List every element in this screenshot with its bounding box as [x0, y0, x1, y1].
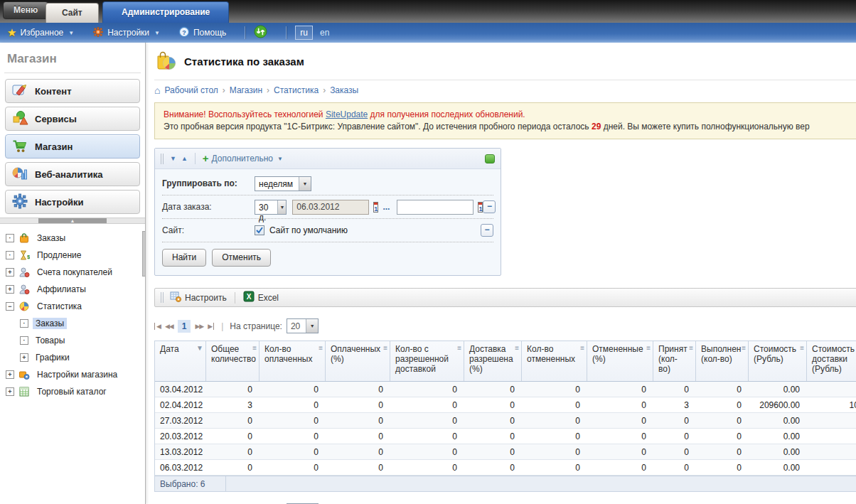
tree-item[interactable]: ·Заказы — [0, 315, 145, 332]
tab-administration[interactable]: Администрирование — [102, 1, 229, 23]
column-menu-icon[interactable]: ≡ — [742, 343, 746, 353]
filter-pin-button[interactable] — [485, 154, 495, 163]
cancel-button[interactable]: Отменить — [212, 249, 271, 267]
column-header[interactable]: Кол-во отмененных≡ — [522, 341, 587, 381]
date-preset-select[interactable]: 30 д. ▼ — [255, 200, 287, 215]
tab-site[interactable]: Сайт — [46, 3, 99, 23]
tree-expander-plus[interactable]: + — [20, 353, 28, 362]
table-row[interactable]: 06.03.20120000000000.000.00 — [155, 460, 856, 476]
drag-handle-icon[interactable] — [161, 292, 164, 303]
column-menu-icon[interactable]: ≡ — [457, 343, 461, 353]
calendar-icon[interactable]: 1 — [478, 202, 483, 213]
first-page-button[interactable]: ◀ — [154, 323, 161, 330]
sidebar-item-3[interactable]: Веб-аналитика — [5, 162, 140, 186]
table-row[interactable]: 27.03.20120000000000.000.00 — [155, 413, 856, 429]
column-header[interactable]: Дата▼ — [155, 341, 206, 381]
breadcrumb-link[interactable]: Статистика — [274, 85, 319, 95]
filter-collapse-button[interactable]: ▼ — [170, 155, 176, 162]
column-header[interactable]: Общее количество≡ — [206, 341, 260, 381]
prev-page-button[interactable]: ◀◀ — [165, 323, 173, 330]
tree-expander-dot[interactable]: · — [6, 234, 14, 242]
column-header[interactable]: Оплаченных (%)≡ — [326, 341, 390, 381]
updates-button[interactable] — [254, 25, 267, 41]
column-menu-icon[interactable]: ≡ — [800, 343, 804, 353]
table-row[interactable]: 13.03.20120000000000.000.00 — [155, 444, 856, 460]
filter-additional-menu[interactable]: + Дополнительно ▼ — [203, 154, 283, 163]
filter-expand-button[interactable]: ▲ — [181, 155, 188, 162]
lang-en[interactable]: en — [320, 28, 329, 38]
column-header[interactable]: Отмененные (%)≡ — [587, 341, 653, 381]
lang-ru[interactable]: ru — [295, 26, 313, 40]
tree-item[interactable]: ·$Продление — [0, 247, 145, 264]
favorites-menu[interactable]: ★ Избранное ▼ — [7, 26, 74, 39]
siteupdate-link[interactable]: SiteUpdate — [326, 109, 368, 119]
breadcrumb-separator: › — [223, 85, 225, 95]
column-menu-icon[interactable]: ≡ — [689, 343, 693, 353]
last-page-button[interactable]: ▶ — [208, 323, 214, 330]
settings-menu[interactable]: Настройки ▼ — [92, 26, 160, 40]
table-row[interactable]: 02.04.2012300000030209600.001000.00 — [155, 397, 856, 413]
column-header[interactable]: Выполнен (кол-во)≡ — [696, 341, 749, 381]
site-default-checkbox[interactable] — [255, 225, 264, 235]
tree-item[interactable]: +Настройки магазина — [0, 366, 145, 383]
column-header[interactable]: Стоимость доставки (Рубль)≡ — [807, 341, 856, 381]
sidebar-item-1[interactable]: Сервисы — [5, 107, 140, 131]
tree-item[interactable]: +Счета покупателей — [0, 264, 145, 281]
table-cell: 0 — [390, 397, 464, 412]
column-header[interactable]: Стоимость (Рубль)≡ — [749, 341, 807, 381]
sidebar-collapse-handle[interactable] — [142, 231, 146, 277]
next-page-button[interactable]: ▶▶ — [195, 323, 203, 330]
date-from-input[interactable] — [292, 200, 369, 215]
tree-expander-plus[interactable]: + — [6, 285, 14, 294]
tree-expander-plus[interactable]: + — [6, 268, 14, 277]
tree-item[interactable]: ·Заказы — [0, 230, 145, 247]
tree-item[interactable]: −Статистика — [0, 298, 145, 315]
table-cell: 0 — [260, 444, 326, 459]
sidebar-item-0[interactable]: Контент — [5, 79, 140, 103]
sidebar-item-4[interactable]: Настройки — [5, 190, 140, 214]
tree-item[interactable]: ·Товары — [0, 332, 145, 349]
tree-expander-plus[interactable]: + — [6, 370, 14, 379]
breadcrumb-link[interactable]: Магазин — [230, 85, 262, 95]
breadcrumb-link[interactable]: Заказы — [330, 85, 358, 95]
current-page[interactable]: 1 — [178, 320, 191, 333]
column-menu-icon[interactable]: ≡ — [319, 343, 323, 353]
breadcrumb-link[interactable]: Рабочий стол — [164, 85, 218, 95]
column-header[interactable]: Кол-во с разрешенной доставкой≡ — [390, 341, 464, 381]
column-menu-icon[interactable]: ≡ — [515, 343, 519, 353]
menu-button[interactable]: Меню — [3, 1, 48, 19]
table-row[interactable]: 03.04.20120000000000.000.00 — [155, 382, 856, 397]
tree-expander-minus[interactable]: − — [6, 302, 14, 311]
date-to-input[interactable] — [397, 200, 474, 215]
find-button[interactable]: Найти — [162, 249, 206, 267]
tree-expander-dot[interactable]: · — [6, 251, 14, 259]
filter-row-group-by: Группировать по: неделям ▼ — [162, 172, 493, 195]
tree-expander-dot[interactable]: · — [20, 336, 28, 345]
tree-item[interactable]: +Торговый каталог — [0, 383, 145, 400]
calendar-icon[interactable]: 1 — [373, 202, 378, 213]
sort-arrow-icon[interactable]: ▼ — [196, 343, 203, 353]
sidebar-item-shop[interactable]: Магазин — [5, 134, 140, 159]
sidebar-splitter[interactable]: ▲ — [0, 218, 145, 224]
excel-export-button[interactable]: X Excel — [243, 291, 279, 304]
main-content: Статистика по заказам ⌂Рабочий стол›Мага… — [146, 43, 856, 504]
tree-item[interactable]: +Аффилиаты — [0, 281, 145, 298]
tree-expander-dot[interactable]: · — [20, 319, 28, 328]
column-menu-icon[interactable]: ≡ — [252, 343, 257, 353]
remove-date-filter-button[interactable]: − — [483, 200, 496, 213]
column-header[interactable]: Доставка разрешена (%)≡ — [464, 341, 522, 381]
help-menu[interactable]: ? Помощь — [178, 26, 226, 40]
remove-site-filter-button[interactable]: − — [481, 224, 493, 237]
column-menu-icon[interactable]: ≡ — [383, 343, 387, 353]
per-page-select[interactable]: 20▼ — [287, 318, 319, 333]
tree-expander-plus[interactable]: + — [6, 387, 14, 396]
column-header[interactable]: Кол-во оплаченных≡ — [260, 341, 326, 381]
drag-handle-icon[interactable] — [161, 154, 164, 164]
group-by-select[interactable]: неделям ▼ — [255, 176, 311, 191]
table-row[interactable]: 20.03.20120000000000.000.00 — [155, 429, 856, 444]
column-header[interactable]: Принят (кол-во)≡ — [653, 341, 696, 381]
column-menu-icon[interactable]: ≡ — [646, 343, 651, 353]
configure-button[interactable]: Настроить — [170, 291, 227, 304]
tree-item[interactable]: +Графики — [0, 349, 145, 366]
column-menu-icon[interactable]: ≡ — [580, 343, 584, 353]
